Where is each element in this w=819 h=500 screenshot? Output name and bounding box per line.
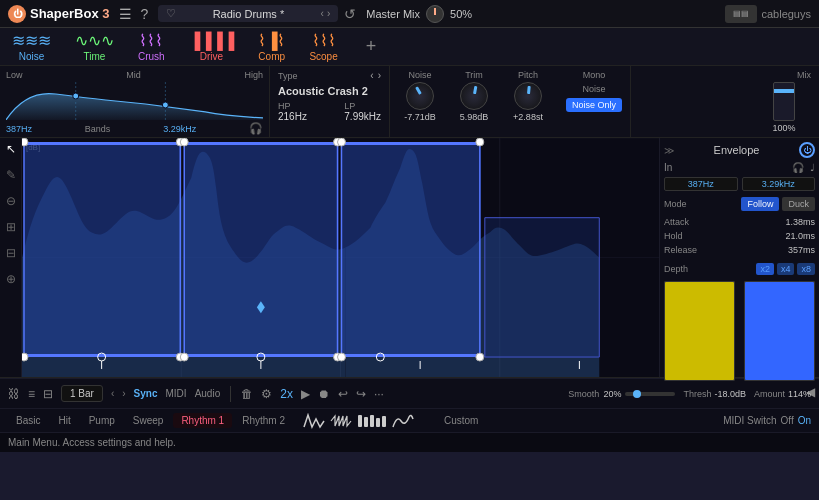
duck-mode-button[interactable]: Duck bbox=[782, 197, 815, 211]
midi-switch-on-button[interactable]: On bbox=[798, 415, 811, 426]
noise-knob[interactable] bbox=[406, 82, 434, 110]
svg-point-31 bbox=[180, 138, 188, 146]
envelope-label: Envelope bbox=[714, 144, 760, 156]
meter-track-2 bbox=[744, 281, 815, 381]
trim-knob[interactable] bbox=[460, 82, 488, 110]
multiplier-button[interactable]: 2x bbox=[280, 387, 293, 401]
svg-point-37 bbox=[476, 138, 484, 146]
attack-value[interactable]: 1.38ms bbox=[785, 217, 815, 227]
reload-button[interactable]: ↺ bbox=[344, 6, 356, 22]
select-tool[interactable]: ↖ bbox=[6, 142, 16, 156]
comp-wave-icon: ⌇▐⌇ bbox=[258, 31, 285, 50]
depth-x4-button[interactable]: x4 bbox=[777, 263, 795, 275]
pattern-icon-1[interactable] bbox=[303, 413, 325, 429]
draw-tool[interactable]: ✎ bbox=[6, 168, 16, 182]
delete-icon[interactable]: 🗑 bbox=[241, 387, 253, 401]
depth-x8-button[interactable]: x8 bbox=[797, 263, 815, 275]
prev-preset-button[interactable]: ‹ bbox=[321, 8, 324, 19]
top-bar: ⏻ ShaperBox 3 ☰ ? ♡ Radio Drums * ‹ › ↺ … bbox=[0, 0, 819, 28]
attack-param: Attack 1.38ms bbox=[664, 217, 815, 227]
sync-button[interactable]: Sync bbox=[134, 388, 158, 399]
follow-mode-button[interactable]: Follow bbox=[741, 197, 779, 211]
pitch-knob[interactable] bbox=[514, 82, 542, 110]
headphone-icon[interactable]: 🎧 bbox=[249, 122, 263, 135]
help-icon[interactable]: ? bbox=[140, 6, 148, 22]
tab-crush[interactable]: ⌇⌇⌇ Crush bbox=[138, 31, 165, 62]
next-preset-button[interactable]: › bbox=[327, 8, 330, 19]
tab-sweep[interactable]: Sweep bbox=[125, 413, 172, 428]
add-module-button[interactable]: + bbox=[366, 36, 377, 57]
link-tool[interactable]: ⊟ bbox=[6, 246, 16, 260]
thresh-area: Thresh -18.0dB bbox=[683, 389, 746, 399]
hold-value[interactable]: 21.0ms bbox=[785, 231, 815, 241]
audio-button[interactable]: Audio bbox=[195, 388, 221, 399]
eq-canvas[interactable] bbox=[6, 82, 263, 120]
depth-x2-button[interactable]: x2 bbox=[756, 263, 774, 275]
tab-scope[interactable]: ⌇⌇⌇ Scope bbox=[309, 31, 337, 62]
master-mix-knob[interactable] bbox=[426, 5, 444, 23]
tab-drive[interactable]: ▐▐▐▐ Drive bbox=[189, 32, 234, 62]
eq-display[interactable]: Low Mid High 387Hz bbox=[0, 66, 270, 137]
thresh-value[interactable]: -18.0dB bbox=[714, 389, 746, 399]
grid-tool[interactable]: ⊞ bbox=[6, 220, 16, 234]
release-value[interactable]: 357ms bbox=[788, 245, 815, 255]
envelope-in-label: In bbox=[664, 162, 672, 173]
tab-time[interactable]: ∿∿∿ Time bbox=[75, 31, 114, 62]
envelope-freq1[interactable]: 387Hz bbox=[664, 177, 738, 191]
tab-comp[interactable]: ⌇▐⌇ Comp bbox=[258, 31, 285, 62]
pattern-icon-3[interactable] bbox=[357, 413, 387, 429]
record-button[interactable]: ⏺ bbox=[318, 387, 330, 401]
amount-value[interactable]: 114% bbox=[788, 389, 811, 399]
pattern-icon-4[interactable] bbox=[392, 413, 414, 429]
eq-high-label: High bbox=[244, 70, 263, 80]
midi-button[interactable]: MIDI bbox=[166, 388, 187, 399]
tab-rhythm-1[interactable]: Rhythm 1 bbox=[173, 413, 232, 428]
mode-label: Mode bbox=[664, 199, 687, 209]
time-display[interactable]: 1 Bar bbox=[61, 385, 103, 402]
expand-icon[interactable]: ≫ bbox=[664, 145, 674, 156]
envelope-freq2[interactable]: 3.29kHz bbox=[742, 177, 816, 191]
status-text: Main Menu. Access settings and help. bbox=[8, 437, 176, 448]
menu-icon[interactable]: ☰ bbox=[119, 6, 132, 22]
tab-basic[interactable]: Basic bbox=[8, 413, 48, 428]
envelope-io-icons[interactable]: 🎧 ♩ bbox=[792, 162, 815, 173]
envelope-power-button[interactable]: ⏻ bbox=[799, 142, 815, 158]
hp-value[interactable]: 216Hz bbox=[278, 111, 307, 122]
svg-rect-47 bbox=[358, 415, 362, 427]
type-arrows[interactable]: ‹ › bbox=[370, 70, 381, 81]
svg-rect-26 bbox=[485, 218, 599, 357]
tab-rhythm-2[interactable]: Rhythm 2 bbox=[234, 413, 293, 428]
tab-pump[interactable]: Pump bbox=[81, 413, 123, 428]
note-icon[interactable]: ♩ bbox=[810, 162, 815, 173]
redo-button[interactable]: ↪ bbox=[356, 387, 366, 401]
tab-noise[interactable]: ≋≋≋ Noise bbox=[12, 31, 51, 62]
snap-tool[interactable]: ⊕ bbox=[6, 272, 16, 286]
grid-view-icon[interactable]: ≡ bbox=[28, 387, 35, 401]
preset-selector[interactable]: ♡ Radio Drums * ‹ › bbox=[158, 5, 338, 22]
undo-button[interactable]: ↩ bbox=[338, 387, 348, 401]
time-prev-button[interactable]: ‹ bbox=[111, 388, 114, 399]
left-tools: ↖ ✎ ⊖ ⊞ ⊟ ⊕ bbox=[0, 138, 22, 377]
mix-slider[interactable] bbox=[773, 82, 795, 121]
noise-only-button[interactable]: Noise Only bbox=[566, 98, 622, 112]
settings-icon[interactable]: ⚙ bbox=[261, 387, 272, 401]
smooth-slider[interactable] bbox=[625, 392, 675, 396]
bars-icon[interactable]: ⊟ bbox=[43, 387, 53, 401]
main-area: ↖ ✎ ⊖ ⊞ ⊟ ⊕ [dB] bbox=[0, 138, 819, 378]
tab-hit[interactable]: Hit bbox=[50, 413, 78, 428]
shaper-canvas[interactable]: [dB] bbox=[22, 138, 659, 377]
midi-switch-off-button[interactable]: Off bbox=[781, 415, 794, 426]
pattern-icon-2[interactable] bbox=[330, 413, 352, 429]
erase-tool[interactable]: ⊖ bbox=[6, 194, 16, 208]
lp-value[interactable]: 7.99kHz bbox=[344, 111, 381, 122]
play-button[interactable]: ▶ bbox=[301, 387, 310, 401]
type-prev-button[interactable]: ‹ bbox=[370, 70, 373, 81]
type-next-button[interactable]: › bbox=[378, 70, 381, 81]
headphone-icon[interactable]: 🎧 bbox=[792, 162, 804, 173]
trim-knob-group: Trim 5.98dB bbox=[448, 70, 500, 122]
time-next-button[interactable]: › bbox=[122, 388, 125, 399]
link-icon[interactable]: ⛓ bbox=[8, 387, 20, 401]
mix-section: Mix 100% bbox=[749, 66, 819, 137]
more-icon[interactable]: ··· bbox=[374, 387, 384, 401]
preset-navigation[interactable]: ‹ › bbox=[321, 8, 331, 19]
